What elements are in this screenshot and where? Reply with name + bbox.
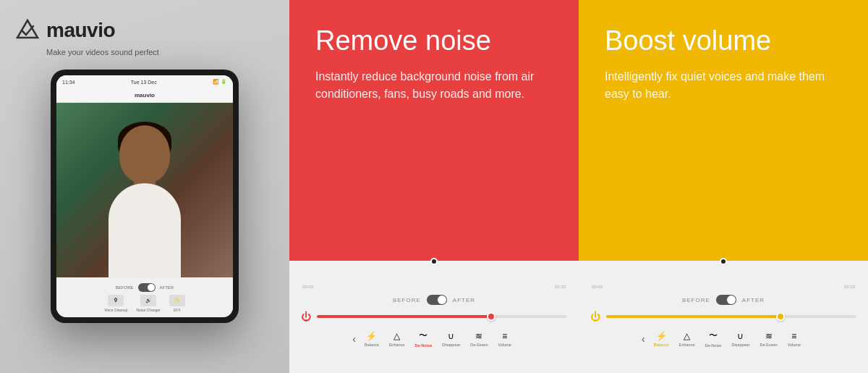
nav-disappear[interactable]: ∪ Disappear bbox=[438, 330, 464, 348]
remove-noise-description: Instantly reduce background noise from a… bbox=[315, 68, 553, 103]
boost-nav-deessen[interactable]: ≋ De-Essen bbox=[756, 330, 782, 348]
boost-volume-icon: ≡ bbox=[791, 331, 796, 341]
boost-volume-slider[interactable] bbox=[606, 315, 856, 318]
denoise-icon: 〜 bbox=[419, 330, 427, 342]
tablet-video-area bbox=[56, 103, 233, 277]
deessen-icon: ≋ bbox=[475, 331, 482, 341]
person-silhouette bbox=[83, 118, 206, 277]
remove-noise-nav-icons: ‹ ⚡ Balance △ Enhance 〜 De-Noise ∪ Disap… bbox=[301, 328, 567, 349]
boost-nav-enhance[interactable]: △ Enhance bbox=[675, 330, 699, 348]
boost-volume-label: Volume bbox=[788, 343, 801, 347]
svg-marker-0 bbox=[17, 20, 38, 38]
boost-volume-before-after: BEFORE AFTER bbox=[682, 295, 765, 305]
disappear-label: Disappear bbox=[442, 343, 460, 347]
nav-denoise[interactable]: 〜 De-Noise bbox=[410, 328, 436, 349]
boost-volume-description: Intelligently fix quiet voices and make … bbox=[605, 68, 842, 103]
tablet-icon-efx[interactable]: ✨ EFX bbox=[169, 295, 185, 312]
tablet-date: Tue 13 Dec bbox=[131, 80, 157, 85]
boost-disappear-icon: ∪ bbox=[737, 331, 744, 341]
brand-tagline: Make your videos sound perfect bbox=[46, 48, 159, 56]
remove-noise-toggle[interactable] bbox=[427, 295, 447, 305]
tablet-noise-changer-icon: 🔊 bbox=[140, 295, 156, 306]
boost-balance-icon: ⚡ bbox=[656, 331, 667, 341]
boost-volume-slider-thumb bbox=[776, 312, 785, 321]
boost-deessen-label: De-Essen bbox=[760, 343, 778, 347]
tablet-toggle[interactable] bbox=[138, 283, 156, 292]
boost-chevron-left-icon[interactable]: ‹ bbox=[642, 333, 645, 345]
remove-noise-power-icon[interactable]: ⏻ bbox=[301, 311, 311, 322]
enhance-label: Enhance bbox=[389, 343, 405, 347]
boost-nav-denoise[interactable]: 〜 De-Noise bbox=[700, 328, 726, 349]
boost-denoise-label: De-Noise bbox=[705, 343, 721, 348]
remove-noise-toggle-knob bbox=[438, 296, 446, 304]
tablet-nav-bar: mauvio bbox=[56, 88, 233, 103]
time-start: 00:00 bbox=[302, 285, 313, 289]
panel-app-showcase: mauvio Make your videos sound perfect 11… bbox=[0, 0, 289, 373]
volume-label: Volume bbox=[498, 343, 511, 347]
remove-noise-controls: 00:00 00:28 BEFORE AFTER ⏻ ‹ ⚡ Balance bbox=[289, 261, 579, 373]
boost-volume-power-icon[interactable]: ⏻ bbox=[590, 311, 600, 322]
boost-volume-nav-icons: ‹ ⚡ Balance △ Enhance 〜 De-Noise ∪ Disap… bbox=[590, 328, 856, 349]
remove-noise-slider[interactable] bbox=[317, 315, 567, 318]
boost-deessen-icon: ≋ bbox=[765, 331, 773, 341]
remove-noise-before-after: BEFORE AFTER bbox=[393, 295, 475, 305]
boost-denoise-icon: 〜 bbox=[709, 330, 718, 342]
boost-volume-toggle[interactable] bbox=[716, 295, 736, 305]
boost-volume-after-label: AFTER bbox=[742, 297, 765, 303]
boost-volume-scroll-dot bbox=[720, 258, 727, 265]
boost-volume-slider-row: ⏻ bbox=[590, 311, 856, 322]
remove-noise-scroll-dot bbox=[430, 258, 438, 265]
boost-volume-feature-area: Boost volume Intelligently fix quiet voi… bbox=[579, 0, 868, 261]
tablet-after-label: AFTER bbox=[160, 285, 174, 290]
brand-header: mauvio bbox=[14, 17, 115, 43]
tablet-bottom-icons: 🎙 Voice Cleanup 🔊 Noise Changer ✨ EFX bbox=[104, 295, 185, 312]
time-end: 00:28 bbox=[555, 285, 566, 289]
boost-volume-controls: 00:00 00:28 BEFORE AFTER ⏻ ‹ ⚡ Balance bbox=[579, 261, 868, 373]
boost-enhance-icon: △ bbox=[684, 331, 690, 341]
tablet-voice-cleanup-icon: 🎙 bbox=[108, 295, 124, 306]
tablet-voice-label: Voice Cleanup bbox=[104, 308, 127, 312]
remove-noise-slider-row: ⏻ bbox=[301, 311, 567, 322]
tablet-device: 11:34 Tue 13 Dec 📶 🔋 mauvio bbox=[51, 70, 239, 323]
boost-enhance-label: Enhance bbox=[679, 343, 695, 347]
boost-volume-time: 00:00 00:28 bbox=[590, 285, 856, 289]
tablet-app-name: mauvio bbox=[135, 92, 155, 99]
boost-nav-balance[interactable]: ⚡ Balance bbox=[650, 330, 673, 348]
panel-remove-noise: Remove noise Instantly reduce background… bbox=[289, 0, 579, 373]
tablet-noise-label: Noise Changer bbox=[136, 308, 160, 312]
volume-icon: ≡ bbox=[502, 331, 507, 341]
tablet-signal: 📶 🔋 bbox=[213, 79, 227, 85]
boost-volume-before-label: BEFORE bbox=[682, 297, 710, 303]
remove-noise-feature-area: Remove noise Instantly reduce background… bbox=[289, 0, 579, 261]
boost-disappear-label: Disappear bbox=[731, 343, 749, 347]
tablet-efx-label: EFX bbox=[174, 308, 181, 312]
nav-volume[interactable]: ≡ Volume bbox=[494, 330, 516, 348]
boost-time-start: 00:00 bbox=[592, 285, 603, 289]
tablet-before-label: BEFORE bbox=[116, 285, 134, 290]
tablet-icon-voice[interactable]: 🎙 Voice Cleanup bbox=[104, 295, 127, 312]
mauvio-logo-icon bbox=[14, 17, 41, 43]
boost-nav-volume[interactable]: ≡ Volume bbox=[783, 330, 805, 348]
boost-nav-disappear[interactable]: ∪ Disappear bbox=[727, 330, 754, 348]
tablet-status-bar: 11:34 Tue 13 Dec 📶 🔋 bbox=[56, 75, 233, 88]
boost-time-end: 00:28 bbox=[844, 285, 855, 289]
tablet-toggle-knob bbox=[148, 284, 155, 291]
tablet-icon-noise[interactable]: 🔊 Noise Changer bbox=[136, 295, 160, 312]
boost-balance-label: Balance bbox=[654, 343, 669, 347]
nav-balance[interactable]: ⚡ Balance bbox=[360, 330, 383, 348]
remove-noise-slider-thumb bbox=[487, 312, 495, 321]
balance-icon: ⚡ bbox=[366, 331, 377, 341]
tablet-controls-area: BEFORE AFTER 🎙 Voice Cleanup 🔊 Noise Cha… bbox=[56, 277, 233, 317]
panel-boost-volume: Boost volume Intelligently fix quiet voi… bbox=[579, 0, 868, 373]
nav-enhance[interactable]: △ Enhance bbox=[385, 330, 409, 348]
nav-deessen[interactable]: ≋ De-Essen bbox=[466, 330, 492, 348]
remove-noise-before-label: BEFORE bbox=[393, 297, 421, 303]
denoise-label: De-Noise bbox=[414, 343, 432, 348]
tablet-efx-icon: ✨ bbox=[169, 295, 185, 306]
remove-noise-title: Remove noise bbox=[315, 26, 553, 56]
boost-volume-toggle-knob bbox=[727, 296, 736, 304]
tablet-screen: 11:34 Tue 13 Dec 📶 🔋 mauvio bbox=[56, 75, 233, 317]
enhance-icon: △ bbox=[393, 331, 400, 341]
chevron-left-icon[interactable]: ‹ bbox=[352, 333, 356, 345]
body bbox=[109, 183, 181, 277]
